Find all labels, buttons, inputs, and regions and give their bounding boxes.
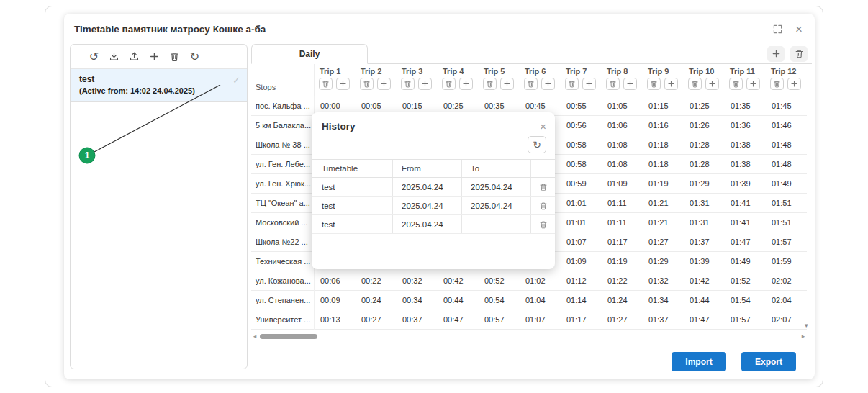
departure-time-cell[interactable]: 00:32 (397, 276, 438, 285)
departure-time-cell[interactable]: 01:21 (643, 218, 684, 227)
delete-trip-column-button[interactable] (565, 78, 579, 90)
departure-time-cell[interactable]: 01:34 (643, 296, 684, 304)
delete-trip-column-button[interactable] (442, 78, 456, 90)
departure-time-cell[interactable]: 02:02 (766, 276, 807, 285)
departure-time-cell[interactable]: 01:27 (643, 238, 684, 246)
departure-time-cell[interactable]: 00:00 (315, 101, 356, 110)
departure-time-cell[interactable]: 00:56 (561, 121, 602, 130)
scroll-left-icon[interactable]: ◂ (251, 333, 258, 340)
departure-time-cell[interactable]: 01:47 (725, 238, 766, 246)
departure-time-cell[interactable]: 01:11 (602, 199, 643, 207)
departure-time-cell[interactable]: 00:57 (479, 315, 520, 324)
departure-time-cell[interactable]: 01:19 (602, 257, 643, 266)
departure-time-cell[interactable]: 01:06 (602, 121, 643, 130)
export-button[interactable]: Export (741, 352, 796, 371)
departure-time-cell[interactable]: 02:04 (766, 296, 807, 304)
departure-time-cell[interactable]: 01:18 (643, 160, 684, 168)
departure-time-cell[interactable]: 01:37 (684, 238, 725, 246)
delete-icon[interactable] (168, 50, 181, 63)
delete-trip-column-button[interactable] (606, 78, 620, 90)
departure-time-cell[interactable]: 01:14 (561, 296, 602, 304)
delete-trip-column-button[interactable] (360, 78, 374, 90)
departure-time-cell[interactable]: 00:59 (561, 179, 602, 188)
import-button[interactable]: Import (672, 352, 726, 371)
departure-time-cell[interactable]: 00:55 (561, 101, 602, 110)
history-close-icon[interactable]: × (540, 121, 546, 132)
expand-icon[interactable] (772, 23, 783, 35)
departure-time-cell[interactable]: 01:38 (725, 140, 766, 149)
departure-time-cell[interactable]: 01:49 (766, 179, 807, 188)
add-departure-button[interactable] (418, 78, 432, 90)
scrollbar-thumb[interactable] (260, 334, 317, 339)
add-departure-button[interactable] (377, 78, 391, 90)
horizontal-scrollbar[interactable]: ◂ ▸ (251, 333, 807, 340)
departure-time-cell[interactable]: 01:07 (561, 238, 602, 246)
delete-trip-column-button[interactable] (688, 78, 702, 90)
departure-time-cell[interactable]: 00:52 (479, 276, 520, 285)
departure-time-cell[interactable]: 00:25 (438, 101, 479, 110)
departure-time-cell[interactable]: 01:48 (766, 140, 807, 149)
history-delete-button[interactable] (530, 196, 555, 214)
departure-time-cell[interactable]: 01:16 (643, 121, 684, 130)
departure-time-cell[interactable]: 01:05 (602, 101, 643, 110)
timetable-list-item[interactable]: test (Active from: 14:02 24.04.2025) ✓ (71, 69, 247, 102)
close-icon[interactable]: × (793, 23, 805, 35)
departure-time-cell[interactable]: 01:52 (725, 276, 766, 285)
delete-trip-column-button[interactable] (647, 78, 661, 90)
departure-time-cell[interactable]: 01:08 (602, 140, 643, 149)
departure-time-cell[interactable]: 01:09 (602, 179, 643, 188)
departure-time-cell[interactable]: 01:47 (684, 315, 725, 324)
departure-time-cell[interactable]: 01:26 (684, 121, 725, 130)
departure-time-cell[interactable]: 01:54 (725, 296, 766, 304)
departure-time-cell[interactable]: 00:13 (315, 315, 356, 324)
departure-time-cell[interactable]: 01:41 (725, 218, 766, 227)
departure-time-cell[interactable]: 01:49 (725, 257, 766, 266)
scroll-down-icon[interactable]: ▾ (805, 322, 808, 329)
departure-time-cell[interactable]: 00:42 (438, 276, 479, 285)
departure-time-cell[interactable]: 00:09 (315, 296, 356, 304)
departure-time-cell[interactable]: 01:32 (643, 276, 684, 285)
departure-time-cell[interactable]: 01:36 (725, 121, 766, 130)
departure-time-cell[interactable]: 01:51 (766, 199, 807, 207)
departure-time-cell[interactable]: 01:24 (602, 296, 643, 304)
departure-time-cell[interactable]: 01:39 (725, 179, 766, 188)
download-icon[interactable] (108, 50, 120, 63)
departure-time-cell[interactable]: 01:57 (725, 315, 766, 324)
departure-time-cell[interactable]: 01:17 (602, 238, 643, 246)
departure-time-cell[interactable]: 01:09 (561, 257, 602, 266)
delete-trip-column-button[interactable] (524, 78, 538, 90)
add-departure-button[interactable] (459, 78, 473, 90)
delete-trip-column-button[interactable] (729, 78, 743, 90)
departure-time-cell[interactable]: 00:35 (479, 101, 520, 110)
departure-time-cell[interactable]: 01:12 (561, 276, 602, 285)
departure-time-cell[interactable]: 01:42 (684, 276, 725, 285)
departure-time-cell[interactable]: 00:06 (315, 276, 356, 285)
history-refresh-button[interactable]: ↻ (528, 136, 546, 153)
add-departure-button[interactable] (500, 78, 514, 90)
add-departure-button[interactable] (541, 78, 555, 90)
delete-trip-column-button[interactable] (319, 78, 333, 90)
departure-time-cell[interactable]: 01:04 (520, 296, 561, 304)
departure-time-cell[interactable]: 01:21 (643, 199, 684, 207)
departure-time-cell[interactable]: 01:07 (520, 315, 561, 324)
delete-timetable-button[interactable] (790, 46, 808, 62)
departure-time-cell[interactable]: 01:29 (643, 257, 684, 266)
scrollbar-track[interactable] (258, 333, 800, 340)
departure-time-cell[interactable]: 01:46 (766, 121, 807, 130)
add-departure-button[interactable] (787, 78, 801, 90)
departure-time-cell[interactable]: 01:57 (766, 238, 807, 246)
departure-time-cell[interactable]: 01:15 (643, 101, 684, 110)
delete-trip-column-button[interactable] (401, 78, 415, 90)
departure-time-cell[interactable]: 01:22 (602, 276, 643, 285)
departure-time-cell[interactable]: 00:47 (438, 315, 479, 324)
departure-time-cell[interactable]: 01:02 (520, 276, 561, 285)
departure-time-cell[interactable]: 01:29 (684, 179, 725, 188)
departure-time-cell[interactable]: 00:37 (397, 315, 438, 324)
departure-time-cell[interactable]: 01:48 (766, 160, 807, 168)
departure-time-cell[interactable]: 01:08 (602, 160, 643, 168)
departure-time-cell[interactable]: 01:17 (561, 315, 602, 324)
departure-time-cell[interactable]: 01:11 (602, 218, 643, 227)
departure-time-cell[interactable]: 00:27 (356, 315, 397, 324)
departure-time-cell[interactable]: 00:58 (561, 160, 602, 168)
add-icon[interactable] (148, 50, 161, 63)
